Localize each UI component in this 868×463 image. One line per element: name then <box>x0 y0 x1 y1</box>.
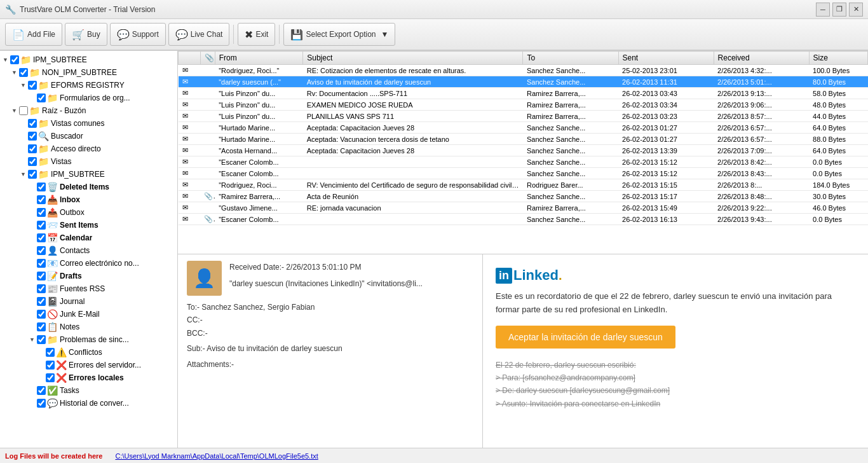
tree-checkbox-errores-servidor[interactable] <box>46 361 55 370</box>
table-row[interactable]: ✉"Escaner Colomb...Sanchez Sanche...26-0… <box>179 156 868 168</box>
tree-checkbox-ipm-subtree2[interactable] <box>28 170 37 179</box>
table-row[interactable]: ✉"Rodriguez, Roci..."RE: Cotizacion de e… <box>179 65 868 76</box>
tree-checkbox-ipm-subtree[interactable] <box>10 55 19 64</box>
tree-checkbox-problemas[interactable] <box>37 335 46 344</box>
tree-label-errores-locales: Errores locales <box>69 373 124 382</box>
tree-checkbox-inbox[interactable] <box>37 195 46 204</box>
tree-item-eforms-registry[interactable]: ▼📁EFORMS REGISTRY <box>0 79 177 92</box>
tree-item-buscador[interactable]: 🔍Buscador <box>0 130 177 142</box>
tree-item-non-ipm-subtree[interactable]: ▼📁NON_IPM_SUBTREE <box>0 66 177 79</box>
minimize-button[interactable]: ─ <box>816 3 830 17</box>
tree-item-formularios[interactable]: 📁Formularios de org... <box>0 92 177 104</box>
tree-checkbox-drafts[interactable] <box>37 272 46 280</box>
table-row[interactable]: ✉"Escaner Colomb...Sanchez Sanche...26-0… <box>179 168 868 179</box>
table-row[interactable]: ✉"Acosta Hernand...Aceptada: Capacitacio… <box>179 145 868 156</box>
tree-checkbox-tasks[interactable] <box>37 386 46 395</box>
table-row[interactable]: ✉"Luis Pinzon" du...PLANILLAS VANS SPS 7… <box>179 111 868 122</box>
expand-icon[interactable]: ▼ <box>11 107 19 114</box>
expand-icon[interactable]: ▼ <box>11 69 19 76</box>
col-header-attach[interactable]: 📎 <box>200 52 215 65</box>
tree-checkbox-historial[interactable] <box>37 399 46 408</box>
tree-checkbox-junk-email[interactable] <box>37 310 46 319</box>
support-button[interactable]: 💬 Support <box>110 23 166 46</box>
tree-item-outbox[interactable]: 📤Outbox <box>0 206 177 219</box>
tree-item-acceso-directo[interactable]: 📁Acceso directo <box>0 142 177 155</box>
tree-checkbox-acceso-directo[interactable] <box>28 144 37 153</box>
tree-checkbox-outbox[interactable] <box>37 208 46 217</box>
tree-checkbox-non-ipm-subtree[interactable] <box>19 68 28 77</box>
tree-checkbox-fuentes-rss[interactable] <box>37 284 46 293</box>
tree-item-fuentes-rss[interactable]: 📰Fuentes RSS <box>0 282 177 295</box>
tree-item-errores-locales[interactable]: ❌Errores locales <box>0 371 177 384</box>
col-header-received[interactable]: Received <box>714 52 809 65</box>
col-header-from[interactable]: From <box>215 52 303 65</box>
tree-item-problemas[interactable]: ▼📁Problemas de sinc... <box>0 333 177 346</box>
col-header-subject[interactable]: Subject <box>303 52 523 65</box>
tree-checkbox-correo[interactable] <box>37 259 46 268</box>
tree-item-ipm-subtree[interactable]: ▼📁IPM_SUBTREE <box>0 53 177 66</box>
tree-item-drafts[interactable]: 📝Drafts <box>0 270 177 282</box>
expand-icon[interactable]: ▼ <box>3 57 10 63</box>
table-row[interactable]: ✉"Rodriguez, Roci...RV: Vencimiento del … <box>179 179 868 191</box>
table-row[interactable]: ✉"Luis Pinzon" du...Rv: Documentacion ..… <box>179 88 868 99</box>
tree-checkbox-buscador[interactable] <box>28 132 37 141</box>
tree-checkbox-vistas-comunes[interactable] <box>28 119 37 128</box>
tree-item-ipm-subtree2[interactable]: ▼📁IPM_SUBTREE <box>0 168 177 181</box>
table-row[interactable]: ✉"Luis Pinzon" du...EXAMEN MEDICO JOSE R… <box>179 99 868 111</box>
status-log-path[interactable]: C:\Users\Lyod Marknam\AppData\Local\Temp… <box>115 452 318 460</box>
tree-checkbox-deleted-items[interactable] <box>37 183 46 191</box>
close-button[interactable]: ✕ <box>849 3 863 17</box>
tree-checkbox-errores-locales[interactable] <box>46 373 55 382</box>
tree-item-junk-email[interactable]: 🚫Junk E-Mail <box>0 308 177 321</box>
table-row[interactable]: ✉"Hurtado Marine...Aceptada: Capacitacio… <box>179 122 868 134</box>
tree-item-journal[interactable]: 📓Journal <box>0 295 177 308</box>
tree-item-notes[interactable]: 📋Notes <box>0 321 177 333</box>
tree-item-deleted-items[interactable]: 🗑️Deleted Items <box>0 181 177 193</box>
tree-item-sent-items[interactable]: 📨Sent Items <box>0 219 177 232</box>
tree-checkbox-raiz-buzon[interactable] <box>19 106 28 115</box>
tree-item-contacts[interactable]: 👤Contacts <box>0 244 177 257</box>
col-header-sent[interactable]: Sent <box>618 52 714 65</box>
table-row[interactable]: ✉📎"Ramirez Barrera,...Acta de ReuniónSan… <box>179 191 868 202</box>
tree-checkbox-contacts[interactable] <box>37 246 46 255</box>
add-file-button[interactable]: 📄 Add File <box>5 23 62 46</box>
col-header-size[interactable]: Size <box>809 52 867 65</box>
expand-icon[interactable]: ▼ <box>29 336 37 343</box>
tree-checkbox-formularios[interactable] <box>37 93 46 102</box>
live-chat-button[interactable]: 💬 Live Chat <box>168 23 230 46</box>
expand-icon[interactable]: ▼ <box>20 171 28 177</box>
select-export-button[interactable]: 💾 Select Export Option ▼ <box>283 23 395 46</box>
table-row[interactable]: ✉"Gustavo Jimene...RE: jornada vacunacio… <box>179 202 868 214</box>
email-cell-4: Sanchez Sanche... <box>523 76 618 88</box>
col-header-to[interactable]: To <box>523 52 618 65</box>
tree-item-errores-servidor[interactable]: ❌Errores del servidor... <box>0 359 177 371</box>
table-row[interactable]: ✉"darley suescun (..."Aviso de tu invita… <box>179 76 868 88</box>
tree-checkbox-notes[interactable] <box>37 322 46 331</box>
buy-button[interactable]: 🛒 Buy <box>65 23 107 46</box>
table-row[interactable]: ✉"Hurtado Marine...Aceptada: Vacunacion … <box>179 134 868 145</box>
email-cell-0: ✉ <box>179 179 201 191</box>
email-cell-3 <box>303 168 523 179</box>
tree-item-raiz-buzon[interactable]: ▼📁Raíz - Buzón <box>0 104 177 117</box>
tree-checkbox-eforms-registry[interactable] <box>28 81 37 90</box>
tree-item-conflictos[interactable]: ⚠️Conflictos <box>0 346 177 359</box>
tree-item-vistas[interactable]: 📁Vistas <box>0 155 177 168</box>
tree-checkbox-vistas[interactable] <box>28 157 37 166</box>
tree-item-inbox[interactable]: 📥Inbox <box>0 193 177 206</box>
tree-item-calendar[interactable]: 📅Calendar <box>0 232 177 244</box>
toolbar-separator2 <box>279 25 280 44</box>
expand-icon[interactable]: ▼ <box>20 82 28 88</box>
accept-linkedin-button[interactable]: Aceptar la invitación de darley suescun <box>496 326 675 349</box>
table-row[interactable]: ✉📎"Escaner Colomb...Sanchez Sanche...26-… <box>179 214 868 225</box>
tree-item-tasks[interactable]: ✅Tasks <box>0 384 177 397</box>
tree-item-vistas-comunes[interactable]: 📁Vistas comunes <box>0 117 177 130</box>
restore-button[interactable]: ❐ <box>832 3 846 17</box>
tree-checkbox-conflictos[interactable] <box>46 348 55 357</box>
tree-checkbox-sent-items[interactable] <box>37 221 46 230</box>
tree-checkbox-journal[interactable] <box>37 297 46 306</box>
exit-button[interactable]: ✖ Exit <box>238 23 275 46</box>
tree-item-correo[interactable]: 📧Correo electrónico no... <box>0 257 177 270</box>
tree-checkbox-calendar[interactable] <box>37 233 46 242</box>
col-header-icon[interactable] <box>179 52 201 65</box>
tree-item-historial[interactable]: 💬Historial de conver... <box>0 397 177 410</box>
